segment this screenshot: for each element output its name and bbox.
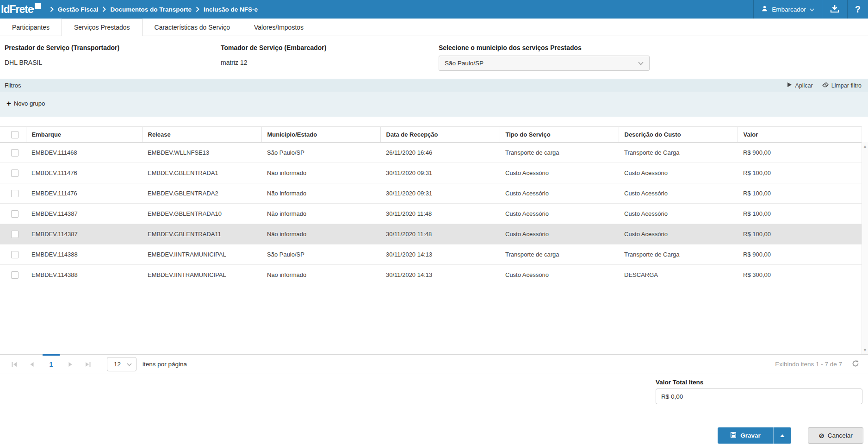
cell-embarque: EMBDEV.111476 <box>26 163 142 183</box>
tomador-label: Tomador de Serviço (Embarcador) <box>221 44 326 51</box>
cell-municipio-estado: São Paulo/SP <box>261 143 380 163</box>
cell-tipo-servico: Transporte de carga <box>500 143 619 163</box>
cell-tipo-servico: Custo Acessório <box>500 224 619 244</box>
breadcrumb-item-gestao-fiscal[interactable]: Gestão Fiscal <box>58 6 99 13</box>
tab-caracteristicas-servico[interactable]: Características do Serviço <box>143 19 242 36</box>
tomador-field: Tomador de Serviço (Embarcador) matriz 1… <box>221 44 326 66</box>
cell-tipo-servico: Transporte de carga <box>500 244 619 265</box>
breadcrumb-chevron-icon <box>102 6 106 12</box>
clear-filter-button[interactable]: Limpar filtro <box>822 82 862 89</box>
page-number-1[interactable]: 1 <box>43 361 60 368</box>
row-checkbox[interactable] <box>11 169 19 177</box>
column-header-embarque[interactable]: Embarque <box>26 127 142 143</box>
breadcrumb: Gestão Fiscal Documentos do Transporte I… <box>50 6 258 13</box>
total-items-input[interactable]: R$ 0,00 <box>656 389 862 404</box>
eraser-icon <box>822 82 829 89</box>
row-checkbox[interactable] <box>11 210 19 218</box>
help-button[interactable]: ? <box>847 0 868 19</box>
save-icon <box>730 432 737 439</box>
cell-tipo-servico: Custo Acessório <box>500 163 619 183</box>
save-options-toggle[interactable] <box>774 427 791 444</box>
page-size-value: 12 <box>114 361 121 368</box>
select-all-checkbox[interactable] <box>11 131 19 138</box>
app-logo[interactable]: IdFrete <box>1 1 41 18</box>
cell-valor: R$ 300,00 <box>738 265 862 285</box>
column-header-valor[interactable]: Valor <box>738 127 862 143</box>
total-items-label: Valor Total Itens <box>656 379 703 386</box>
table-header: Embarque Release Municipio/Estado Data d… <box>0 127 862 143</box>
row-checkbox[interactable] <box>11 251 19 258</box>
table-row[interactable]: EMBDEV.114387 EMBDEV.GBLENTRADA11 Não in… <box>0 224 862 244</box>
breadcrumb-chevron-icon <box>196 6 199 12</box>
row-checkbox[interactable] <box>11 149 19 157</box>
scroll-up-icon[interactable]: ▲ <box>862 143 868 150</box>
scroll-down-icon[interactable]: ▼ <box>862 347 868 353</box>
cell-municipio-estado: Não informado <box>261 204 380 224</box>
table-row[interactable]: EMBDEV.111476 EMBDEV.GBLENTRADA2 Não inf… <box>0 183 862 204</box>
page-size-select[interactable]: 12 <box>107 357 136 371</box>
user-menu[interactable]: Embarcador <box>753 0 822 19</box>
cell-release: EMBDEV.GBLENTRADA1 <box>142 163 261 183</box>
user-icon <box>761 5 768 13</box>
table-body: EMBDEV.111468 EMBDEV.WLLNFSE13 São Paulo… <box>0 143 862 285</box>
last-page-button[interactable] <box>81 357 95 371</box>
cell-embarque: EMBDEV.114387 <box>26 224 142 244</box>
refresh-button[interactable] <box>851 359 860 370</box>
row-checkbox[interactable] <box>11 271 19 279</box>
cell-data-recepcao: 30/11/2020 09:31 <box>380 163 500 183</box>
cell-release: EMBDEV.IINTRAMUNICIPAL <box>142 265 261 285</box>
prestador-label: Prestador de Serviço (Transportador) <box>5 44 119 51</box>
row-checkbox[interactable] <box>11 231 19 238</box>
logo-mark-icon <box>35 3 41 9</box>
chevron-down-icon <box>127 361 132 368</box>
cell-data-recepcao: 30/11/2020 11:48 <box>380 204 500 224</box>
cell-descricao-custo: Custo Acessório <box>619 163 738 183</box>
current-page-indicator <box>43 354 60 356</box>
download-button[interactable] <box>822 0 847 19</box>
column-header-tipo-servico[interactable]: Tipo do Serviço <box>500 127 619 143</box>
municipio-select[interactable]: São Paulo/SP <box>439 56 650 71</box>
cell-data-recepcao: 30/11/2020 09:31 <box>380 183 500 204</box>
breadcrumb-item-inclusao-nfse[interactable]: Inclusão de NFS-e <box>204 6 258 13</box>
breadcrumb-item-documentos-transporte[interactable]: Documentos do Transporte <box>110 6 192 13</box>
column-header-descricao-custo[interactable]: Descrição do Custo <box>619 127 738 143</box>
row-select-cell <box>0 244 26 265</box>
cell-data-recepcao: 30/11/2020 11:48 <box>380 224 500 244</box>
first-page-button[interactable] <box>7 357 21 371</box>
column-header-release[interactable]: Release <box>142 127 261 143</box>
next-page-button[interactable] <box>63 357 77 371</box>
table-row[interactable]: EMBDEV.114387 EMBDEV.GBLENTRADA10 Não in… <box>0 204 862 224</box>
column-header-data-recepcao[interactable]: Data de Recepção <box>380 127 500 143</box>
row-checkbox[interactable] <box>11 190 19 197</box>
new-group-button[interactable]: + Novo grupo <box>6 100 45 107</box>
play-icon <box>787 82 792 89</box>
cell-embarque: EMBDEV.114387 <box>26 204 142 224</box>
row-select-cell <box>0 265 26 285</box>
row-select-cell <box>0 183 26 204</box>
cell-valor: R$ 100,00 <box>738 224 862 244</box>
table-row[interactable]: EMBDEV.114388 EMBDEV.IINTRAMUNICIPAL São… <box>0 244 862 265</box>
previous-page-button[interactable] <box>25 357 39 371</box>
save-button[interactable]: Gravar <box>718 427 774 444</box>
tab-valores-impostos[interactable]: Valores/Impostos <box>242 19 316 36</box>
help-icon: ? <box>855 5 861 14</box>
municipio-label: Selecione o municipio dos serviços Prest… <box>439 44 650 51</box>
apply-filter-button[interactable]: Aplicar <box>787 82 812 89</box>
tab-participantes[interactable]: Participantes <box>0 19 62 36</box>
table-row[interactable]: EMBDEV.111476 EMBDEV.GBLENTRADA1 Não inf… <box>0 163 862 183</box>
table-row[interactable]: EMBDEV.114388 EMBDEV.IINTRAMUNICIPAL Não… <box>0 265 862 285</box>
table-row[interactable]: EMBDEV.111468 EMBDEV.WLLNFSE13 São Paulo… <box>0 143 862 163</box>
chevron-down-icon <box>638 60 644 67</box>
cell-release: EMBDEV.GBLENTRADA11 <box>142 224 261 244</box>
cell-release: EMBDEV.WLLNFSE13 <box>142 143 261 163</box>
row-select-cell <box>0 143 26 163</box>
cell-valor: R$ 100,00 <box>738 183 862 204</box>
cancel-button[interactable]: ⊘ Cancelar <box>808 427 863 444</box>
column-header-municipio-estado[interactable]: Municipio/Estado <box>261 127 380 143</box>
table-scrollbar[interactable]: ▲ ▼ <box>862 142 868 354</box>
tab-servicos-prestados[interactable]: Serviços Prestados <box>62 19 143 36</box>
per-page-label: itens por página <box>143 361 187 368</box>
topbar: IdFrete Gestão Fiscal Documentos do Tran… <box>0 0 868 19</box>
user-menu-label: Embarcador <box>772 6 806 13</box>
clear-filter-label: Limpar filtro <box>831 82 862 89</box>
